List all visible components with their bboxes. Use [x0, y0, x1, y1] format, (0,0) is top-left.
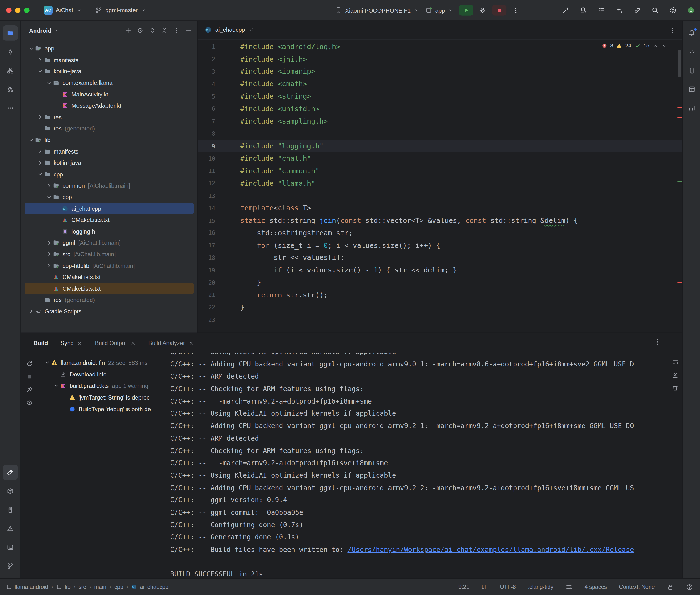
- project-tree-item[interactable]: src[AiChat.lib.main]: [25, 249, 194, 260]
- error-mark[interactable]: [677, 117, 682, 118]
- line-number[interactable]: 12: [198, 180, 215, 187]
- line-number[interactable]: 7: [198, 118, 215, 124]
- assistant-avatar-icon[interactable]: [687, 6, 695, 14]
- code-line[interactable]: 19 if (i < values.size() - 1) { str << d…: [198, 264, 682, 277]
- status-write-access[interactable]: [667, 583, 674, 591]
- debug-button[interactable]: [479, 7, 486, 14]
- error-stripe[interactable]: [676, 40, 682, 333]
- chevron-right-icon[interactable]: [36, 160, 44, 166]
- tool-build-button[interactable]: [3, 465, 18, 480]
- build-tab-build-output[interactable]: Build Output: [95, 340, 136, 346]
- project-tree-item[interactable]: manifests: [25, 54, 194, 66]
- breadcrumb-lib[interactable]: lib: [56, 584, 71, 590]
- chevron-right-icon[interactable]: [27, 308, 35, 314]
- tool-pull-requests-button[interactable]: [3, 82, 18, 97]
- tool-gradle-button[interactable]: [684, 44, 699, 59]
- line-number[interactable]: 19: [198, 267, 215, 274]
- line-number[interactable]: 9: [198, 143, 215, 149]
- line-number[interactable]: 3: [198, 68, 215, 75]
- code-line[interactable]: 6#include <unistd.h>: [198, 103, 682, 115]
- code-line[interactable]: 4#include <cmath>: [198, 78, 682, 90]
- close-tab-icon[interactable]: [189, 340, 194, 346]
- code-line[interactable]: 12#include "llama.h": [198, 177, 682, 190]
- chevron-right-icon[interactable]: [45, 240, 53, 246]
- tool-problems-button[interactable]: [3, 521, 18, 536]
- line-number[interactable]: 14: [198, 205, 215, 211]
- breadcrumb-llama-android[interactable]: llama.android: [6, 584, 48, 590]
- project-tree-item[interactable]: cpp-httplib[AiChat.lib.main]: [25, 260, 194, 272]
- line-number[interactable]: 10: [198, 155, 215, 162]
- build-tab-build-analyzer[interactable]: Build Analyzer: [148, 340, 194, 346]
- more-run-actions-button[interactable]: [512, 7, 520, 14]
- project-view-selector[interactable]: Android: [29, 27, 59, 34]
- project-tree-item[interactable]: C+ai_chat.cpp: [25, 203, 194, 214]
- chevron-down-icon[interactable]: [27, 46, 35, 52]
- chevron-right-icon[interactable]: [45, 263, 53, 269]
- breadcrumb-ai-chat-cpp[interactable]: C+ai_chat.cpp: [132, 584, 169, 590]
- build-tree-item[interactable]: BuildType 'debug' is both de: [38, 403, 164, 415]
- add-button[interactable]: [124, 27, 132, 34]
- tool-app-insights-button[interactable]: [684, 101, 699, 116]
- scroll-to-end-button[interactable]: [672, 371, 679, 378]
- code-line[interactable]: 23: [198, 314, 682, 326]
- chevron-down-icon[interactable]: [45, 80, 53, 86]
- code-line[interactable]: 5#include <string>: [198, 90, 682, 103]
- rerun-build-button[interactable]: [26, 360, 33, 367]
- project-tree-item[interactable]: Gradle Scripts: [25, 306, 194, 317]
- view-options-button[interactable]: [26, 399, 33, 406]
- chevron-down-icon[interactable]: [27, 137, 35, 143]
- line-number[interactable]: 18: [198, 255, 215, 261]
- project-tree-item[interactable]: cpp: [25, 192, 194, 203]
- tool-notifications-button[interactable]: [684, 26, 699, 41]
- error-mark[interactable]: [677, 282, 682, 283]
- stop-button[interactable]: [492, 5, 507, 16]
- next-problem-icon[interactable]: [662, 42, 667, 48]
- project-tree-item[interactable]: MainActivity.kt: [25, 89, 194, 100]
- code-editor[interactable]: 1#include <android/log.h>2#include <jni.…: [198, 40, 682, 333]
- chevron-right-icon[interactable]: [36, 57, 44, 63]
- build-options-icon[interactable]: [654, 338, 661, 345]
- zoom-window-button[interactable]: [24, 7, 30, 13]
- search-everywhere-icon[interactable]: [651, 6, 659, 14]
- project-tree-item[interactable]: res(generated): [25, 123, 194, 134]
- code-cleanup-icon[interactable]: [562, 6, 570, 14]
- ai-assistant-icon[interactable]: [615, 6, 623, 14]
- tool-commit-button[interactable]: [3, 44, 18, 59]
- tool-device-manager-button[interactable]: [684, 63, 699, 78]
- chevron-down-icon[interactable]: [36, 171, 44, 177]
- console-link[interactable]: /Users/hanyin/Workspace/ai-chat/examples…: [347, 545, 634, 554]
- line-number[interactable]: 4: [198, 81, 215, 87]
- project-tree-item[interactable]: kotlin+java: [25, 157, 194, 169]
- status-formatter[interactable]: [565, 583, 572, 591]
- status-status-info[interactable]: [686, 583, 693, 591]
- project-tree-item[interactable]: cpp: [25, 169, 194, 180]
- line-number[interactable]: 11: [198, 168, 215, 174]
- editor-options-icon[interactable]: [669, 27, 676, 34]
- project-options-button[interactable]: [173, 27, 180, 34]
- tool-project-button[interactable]: [3, 26, 18, 41]
- pin-tab-button[interactable]: [26, 386, 33, 393]
- breadcrumb-src[interactable]: src: [79, 584, 86, 590]
- editor-tab-ai-chat-cpp[interactable]: C+ ai_chat.cpp: [198, 21, 260, 39]
- close-tab-icon[interactable]: [248, 27, 254, 32]
- tool-packages-button[interactable]: [3, 484, 18, 499]
- line-number[interactable]: 2: [198, 56, 215, 63]
- line-number[interactable]: 23: [198, 316, 215, 323]
- prev-problem-icon[interactable]: [652, 42, 658, 48]
- project-tree-item[interactable]: common[AiChat.lib.main]: [25, 180, 194, 192]
- tool-layout-inspector-button[interactable]: [684, 82, 699, 97]
- run-button[interactable]: [459, 5, 474, 16]
- chevron-down-icon[interactable]: [36, 68, 44, 75]
- chevron-down-icon[interactable]: [52, 382, 60, 389]
- line-number[interactable]: 20: [198, 279, 215, 286]
- build-tree-item[interactable]: build.gradle.ktsapp 1 warning: [38, 380, 164, 392]
- status-encoding[interactable]: UTF-8: [500, 584, 516, 590]
- code-line[interactable]: 21 return str.str();: [198, 289, 682, 301]
- branch-selector[interactable]: ggml-master: [91, 5, 149, 16]
- breadcrumb-main[interactable]: main: [94, 584, 106, 590]
- project-tree-item[interactable]: MessageAdapter.kt: [25, 100, 194, 111]
- project-tree-item[interactable]: res(generated): [25, 294, 194, 306]
- settings-icon[interactable]: [669, 6, 677, 14]
- project-tree-item[interactable]: kotlin+java: [25, 66, 194, 77]
- project-tree-item[interactable]: Hlogging.h: [25, 226, 194, 237]
